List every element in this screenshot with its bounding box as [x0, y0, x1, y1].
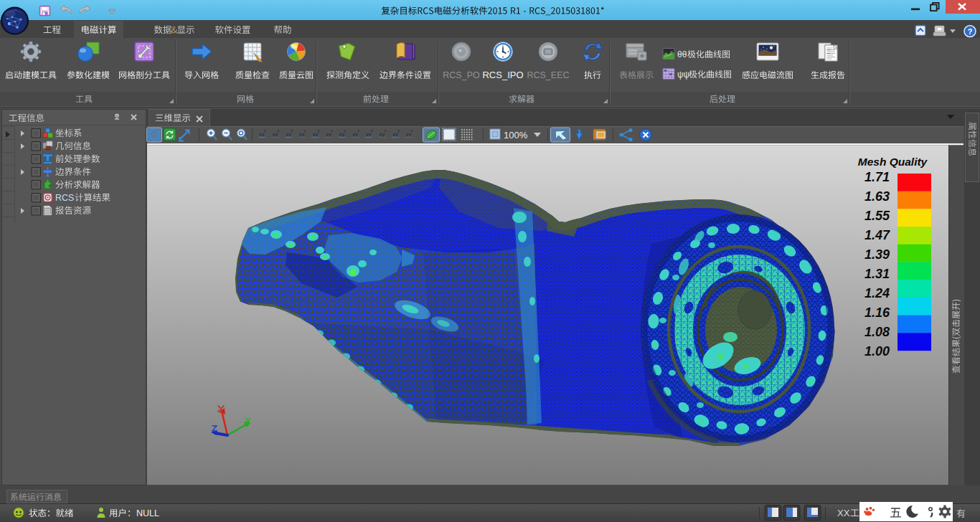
- svg-text:1.31: 1.31: [864, 267, 890, 281]
- svg-text:1.63: 1.63: [864, 189, 890, 204]
- svg-text:1.00: 1.00: [864, 344, 890, 359]
- svg-text:v: v: [411, 128, 413, 133]
- svg-text:x: x: [278, 128, 280, 133]
- svg-text:RCS_IPO: RCS_IPO: [482, 70, 523, 80]
- svg-text:1.16: 1.16: [864, 305, 890, 320]
- svg-text:1.71: 1.71: [864, 170, 890, 184]
- svg-text:ψψ: ψψ: [677, 70, 689, 80]
- svg-text:x: x: [384, 128, 386, 133]
- svg-text:x: x: [331, 128, 333, 133]
- svg-text:y: y: [397, 128, 400, 133]
- svg-text:1.39: 1.39: [864, 247, 890, 262]
- svg-text:NULL: NULL: [136, 508, 159, 518]
- svg-text:1.24: 1.24: [864, 286, 890, 300]
- svg-text:1.47: 1.47: [864, 228, 890, 242]
- svg-text:100%: 100%: [504, 130, 528, 141]
- svg-text:?: ?: [968, 27, 973, 36]
- svg-text:z: z: [264, 128, 266, 133]
- svg-text:RCS_PO: RCS_PO: [443, 70, 480, 80]
- svg-text:XX: XX: [837, 508, 850, 518]
- svg-text:1.55: 1.55: [864, 209, 890, 223]
- svg-text:Mesh Quality: Mesh Quality: [858, 156, 928, 168]
- svg-text:x: x: [304, 128, 306, 133]
- svg-text:θθ: θθ: [677, 49, 687, 60]
- svg-text:y: y: [317, 128, 319, 133]
- svg-text:z: z: [291, 128, 293, 133]
- svg-text:RCS_EEC: RCS_EEC: [527, 70, 569, 80]
- svg-text:z: z: [371, 128, 373, 133]
- svg-text:1.08: 1.08: [864, 325, 890, 339]
- svg-text:RCS: RCS: [55, 193, 74, 203]
- svg-text:x: x: [357, 128, 359, 133]
- svg-text:x: x: [344, 128, 347, 133]
